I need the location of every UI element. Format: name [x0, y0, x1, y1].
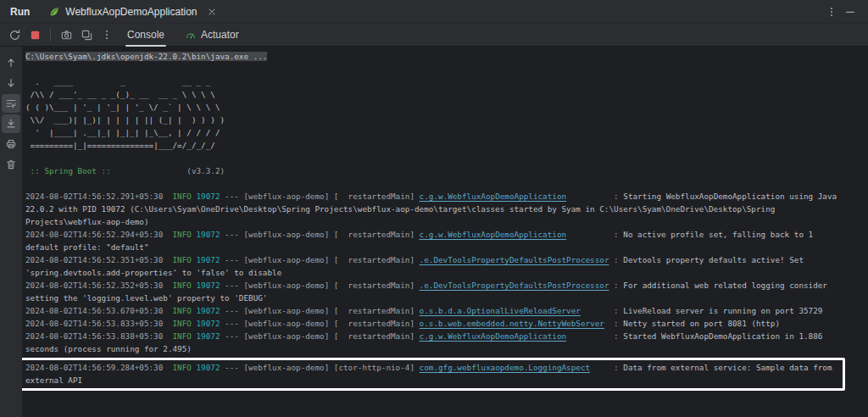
- spring-banner-line: =========|_|==============|___/=/_/_/_/: [25, 139, 847, 152]
- gauge-icon: [185, 29, 197, 41]
- minimize-icon[interactable]: [841, 3, 860, 21]
- tab-console[interactable]: Console: [118, 24, 174, 47]
- spring-boot-icon: [48, 6, 60, 18]
- log-entry: 2024-08-02T14:56:53.670+05:30 INFO 19072…: [25, 304, 847, 317]
- spring-banner-line: . ____ _ __ _ _: [25, 75, 847, 88]
- run-content: C:\Users\Syam\.jdks\openjdk-22.0.2\bin\j…: [0, 47, 868, 417]
- log-entry: 2024-08-02T14:56:52.294+05:30 INFO 19072…: [25, 228, 847, 253]
- log-entry: 2024-08-02T14:56:53.838+05:30 INFO 19072…: [25, 330, 847, 355]
- run-titlebar: Run WebfluxAopDemoApplication: [0, 0, 868, 24]
- soft-wrap-icon[interactable]: [2, 94, 20, 113]
- blank-line: [25, 63, 847, 75]
- spring-banner-line: \\/ ___)| |_)| | | | | || (_| | ) ) ) ): [25, 114, 847, 126]
- log-entry: 2024-08-02T14:56:52.352+05:30 INFO 19072…: [25, 279, 847, 304]
- run-toolbar: Console Actuator: [0, 24, 868, 47]
- spring-boot-version-line: :: Spring Boot :: (v3.3.2): [25, 164, 847, 177]
- clear-trash-icon[interactable]: [2, 155, 20, 174]
- tab-console-label: Console: [127, 29, 164, 41]
- console-output: C:\Users\Syam\.jdks\openjdk-22.0.2\bin\j…: [25, 50, 847, 391]
- scroll-to-end-icon[interactable]: [2, 114, 20, 133]
- spring-banner-line: ' |____| .__|_| |_|_| |_\__, | / / / /: [25, 126, 847, 139]
- log-entry: 2024-08-02T14:56:52.291+05:30 INFO 19072…: [25, 190, 847, 228]
- blank-line: [25, 152, 847, 164]
- thread-dump-camera-icon[interactable]: [57, 25, 75, 44]
- run-config-tab[interactable]: WebfluxAopDemoApplication: [42, 0, 227, 24]
- log-entry: 2024-08-02T14:56:59.284+05:30 INFO 19072…: [25, 361, 841, 386]
- run-config-tab-label: WebfluxAopDemoApplication: [65, 6, 197, 18]
- close-icon[interactable]: [203, 3, 221, 21]
- rerun-icon[interactable]: [5, 25, 24, 44]
- print-icon[interactable]: [2, 135, 20, 153]
- spring-banner-line: ( ( )\___ | '_ | '_| | '_ \/ _` | \ \ \ …: [25, 101, 847, 114]
- tool-window-title: Run: [7, 6, 42, 18]
- tab-actuator[interactable]: Actuator: [175, 24, 248, 47]
- log-entry: 2024-08-02T14:56:52.351+05:30 INFO 19072…: [25, 253, 847, 279]
- spring-banner-line: /\\ / ___'_ __ _ _(_)_ __ __ _ \ \ \ \: [25, 88, 847, 101]
- stop-icon[interactable]: [25, 25, 44, 44]
- ide-run-tool-window: Run WebfluxAopDemoApplication: [0, 0, 868, 417]
- blank-line: [25, 177, 847, 190]
- log-entry: 2024-08-02T14:56:53.833+05:30 INFO 19072…: [25, 317, 847, 330]
- arrow-up-icon[interactable]: [2, 53, 20, 72]
- console-panel[interactable]: C:\Users\Syam\.jdks\openjdk-22.0.2\bin\j…: [22, 47, 868, 417]
- highlight-box: 2024-08-02T14:56:59.284+05:30 INFO 19072…: [22, 358, 845, 391]
- kebab-menu-icon[interactable]: [822, 3, 841, 21]
- layout-frames-icon[interactable]: [77, 25, 96, 44]
- tab-actuator-label: Actuator: [201, 29, 239, 41]
- toolbar-separator: [50, 28, 51, 42]
- arrow-down-icon[interactable]: [2, 74, 20, 92]
- kebab-menu-icon[interactable]: [97, 25, 116, 44]
- console-command-line: C:\Users\Syam\.jdks\openjdk-22.0.2\bin\j…: [25, 50, 847, 63]
- console-left-toolbar: [0, 47, 22, 417]
